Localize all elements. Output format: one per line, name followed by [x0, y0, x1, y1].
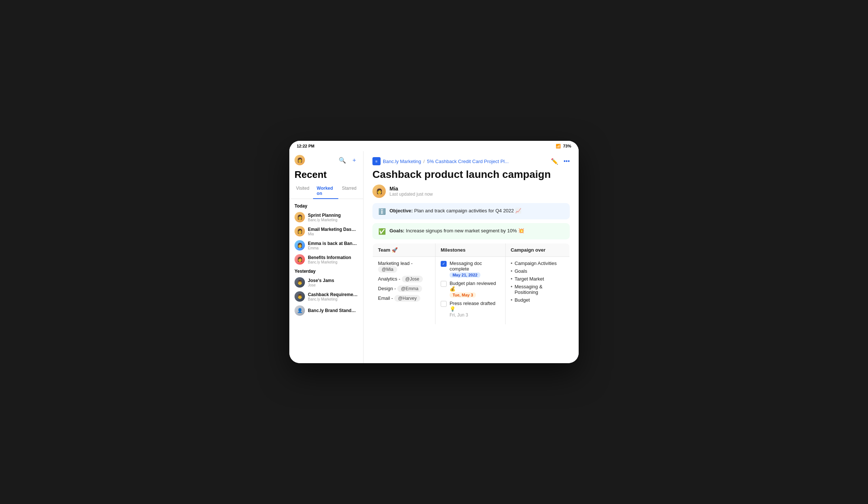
- goals-text: Increase signups from new market segment…: [406, 228, 524, 233]
- list-item[interactable]: 👩 Benefits Information Banc.ly Marketing: [289, 252, 363, 266]
- search-button[interactable]: 🔍: [338, 156, 347, 165]
- team-cell: Marketing lead - @Mia Analytics - @Jose …: [373, 256, 435, 324]
- device-frame: 12:22 PM 📶 73% 👩 🔍 ＋ Recent Visited Work…: [289, 141, 579, 363]
- list-item[interactable]: 👤 Banc.ly Brand Standards: [289, 304, 363, 318]
- section-today: Today: [289, 201, 363, 210]
- author-name: Mia: [389, 186, 433, 192]
- checkbox-checked[interactable]: ✓: [441, 261, 447, 267]
- list-item: Messaging & Positioning: [511, 284, 564, 295]
- main-content: ≡ Banc.ly Marketing / 5% Cashback Credit…: [364, 151, 579, 363]
- breadcrumb-separator: /: [423, 159, 425, 164]
- tab-starred[interactable]: Starred: [338, 183, 360, 199]
- goals-box: ✅ Goals: Increase signups from new marke…: [372, 223, 570, 239]
- tabs-container: Visited Worked on Starred: [289, 183, 363, 199]
- col-milestones: Milestones: [435, 243, 505, 256]
- sidebar-header: 👩 🔍 ＋: [289, 151, 363, 168]
- user-avatar[interactable]: 👩: [295, 155, 305, 165]
- status-bar: 12:22 PM 📶 73%: [289, 141, 579, 151]
- milestone-item: Press release drafted 💡 Fri, Jun 3: [441, 301, 500, 318]
- milestone-text: Press release drafted 💡: [450, 301, 500, 312]
- list-item[interactable]: 👨 Jose's Jams Jose: [289, 275, 363, 289]
- tab-worked-on[interactable]: Worked on: [313, 183, 338, 199]
- milestone-item: ✓ Messaging doc complete May 21, 2022: [441, 261, 500, 278]
- info-icon: ℹ️: [378, 208, 386, 215]
- list-item: Target Market: [511, 276, 564, 282]
- list-item: Budget: [511, 297, 564, 303]
- sidebar: 👩 🔍 ＋ Recent Visited Worked on Starred T…: [289, 151, 364, 363]
- role-label: Design -: [378, 286, 396, 291]
- checkbox-unchecked[interactable]: [441, 301, 447, 307]
- section-yesterday: Yesterday: [289, 266, 363, 275]
- avatar: 👩: [295, 240, 305, 251]
- mention-tag[interactable]: @Mia: [378, 266, 397, 273]
- milestone-item: Budget plan reviewed 💰 Tue, May 3: [441, 281, 500, 298]
- check-circle-icon: ✅: [378, 228, 386, 235]
- date-badge: May 21, 2022: [450, 272, 480, 278]
- avatar: 👨: [295, 277, 305, 288]
- objective-box: ℹ️ Objective: Plan and track campaign ac…: [372, 203, 570, 219]
- goals-label: Goals:: [389, 228, 404, 233]
- breadcrumb-page[interactable]: 5% Cashback Credit Card Project Pl...: [427, 159, 509, 164]
- table-row: Marketing lead - @Mia Analytics - @Jose …: [373, 256, 570, 324]
- page-title: Cashback product launch campaign: [372, 168, 570, 181]
- list-item: Goals: [511, 268, 564, 274]
- mention-tag[interactable]: @Emma: [397, 285, 422, 292]
- campaign-cell: Campaign Activities Goals Target Market …: [505, 256, 569, 324]
- time: 12:22 PM: [297, 144, 315, 148]
- last-updated: Last updated just now: [389, 192, 433, 197]
- col-team: Team 🚀: [373, 243, 435, 256]
- add-button[interactable]: ＋: [351, 156, 358, 165]
- main-header: ≡ Banc.ly Marketing / 5% Cashback Credit…: [372, 157, 570, 165]
- team-row: Design - @Emma: [378, 285, 430, 292]
- team-row: Email - @Harvey: [378, 295, 430, 302]
- project-table: Team 🚀 Milestones Campaign over Marketin…: [372, 243, 570, 325]
- campaign-list: Campaign Activities Goals Target Market …: [511, 261, 564, 303]
- objective-text: Plan and track campaign activities for Q…: [414, 208, 521, 213]
- mention-tag[interactable]: @Harvey: [394, 295, 420, 302]
- sidebar-list: Today 👩 Sprint Planning Banc.ly Marketin…: [289, 199, 363, 363]
- more-button[interactable]: •••: [563, 158, 570, 165]
- checkbox-unchecked[interactable]: [441, 281, 447, 287]
- list-item[interactable]: 👨 Cashback Requirements Banc.ly Marketin…: [289, 289, 363, 304]
- col-campaign: Campaign over: [505, 243, 569, 256]
- breadcrumb-workspace[interactable]: Banc.ly Marketing: [383, 159, 421, 164]
- breadcrumb: ≡ Banc.ly Marketing / 5% Cashback Credit…: [372, 157, 509, 165]
- milestone-text: Budget plan reviewed 💰: [450, 281, 500, 292]
- role-label: Email -: [378, 295, 393, 301]
- avatar: 👩: [295, 226, 305, 236]
- author-avatar: 👩: [372, 185, 386, 198]
- sidebar-title: Recent: [289, 168, 363, 183]
- mention-tag[interactable]: @Jose: [402, 276, 423, 282]
- milestone-text: Messaging doc complete: [450, 261, 500, 272]
- list-item: Campaign Activities: [511, 261, 564, 266]
- avatar: 👩: [295, 212, 305, 222]
- list-item[interactable]: 👩 Email Marketing Dashboards Mia: [289, 224, 363, 238]
- team-row: Analytics - @Jose: [378, 276, 430, 282]
- page-icon: ≡: [372, 157, 381, 165]
- avatar: 👤: [295, 305, 305, 316]
- edit-button[interactable]: ✏️: [551, 158, 558, 165]
- header-actions: ✏️ •••: [551, 158, 570, 165]
- milestone-date: Fri, Jun 3: [450, 312, 500, 318]
- team-row: Marketing lead - @Mia: [378, 261, 430, 273]
- avatar: 👩: [295, 254, 305, 265]
- role-label: Marketing lead -: [378, 261, 412, 266]
- list-item[interactable]: 👩 Sprint Planning Banc.ly Marketing: [289, 210, 363, 224]
- milestones-cell: ✓ Messaging doc complete May 21, 2022 Bu…: [435, 256, 505, 324]
- app-container: 👩 🔍 ＋ Recent Visited Worked on Starred T…: [289, 151, 579, 363]
- avatar: 👨: [295, 291, 305, 302]
- date-badge: Tue, May 3: [450, 292, 476, 298]
- objective-label: Objective:: [389, 208, 413, 213]
- role-label: Analytics -: [378, 276, 400, 282]
- wifi-icon: 📶: [556, 144, 561, 149]
- tab-visited[interactable]: Visited: [292, 183, 313, 199]
- list-item[interactable]: 👩 Emma is back at Banc.ly Emma: [289, 238, 363, 252]
- battery-level: 73%: [563, 144, 571, 148]
- author-row: 👩 Mia Last updated just now: [372, 185, 570, 198]
